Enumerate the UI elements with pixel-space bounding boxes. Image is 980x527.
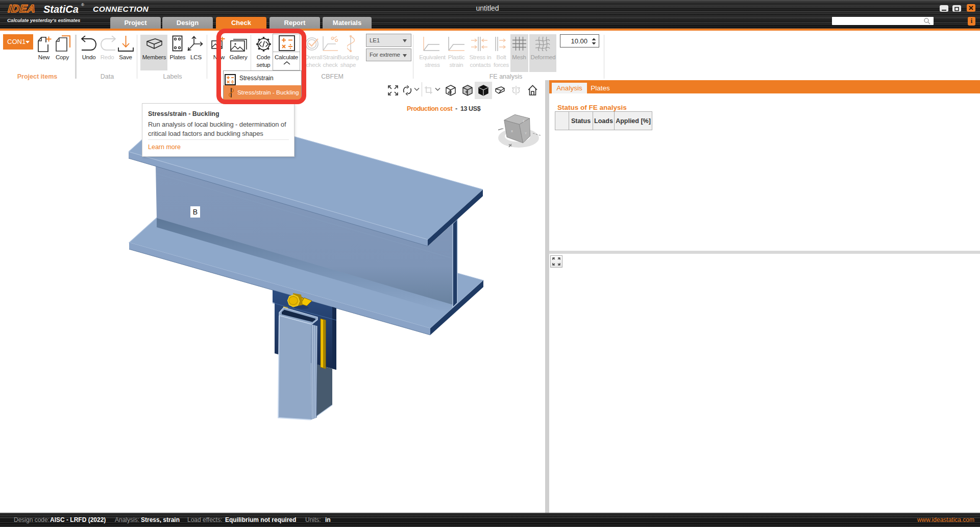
svg-text:IDEA: IDEA: [8, 3, 36, 14]
svg-text:Y: Y: [525, 132, 527, 135]
svg-text:Z: Z: [523, 119, 525, 123]
svg-text:X: X: [511, 130, 513, 133]
